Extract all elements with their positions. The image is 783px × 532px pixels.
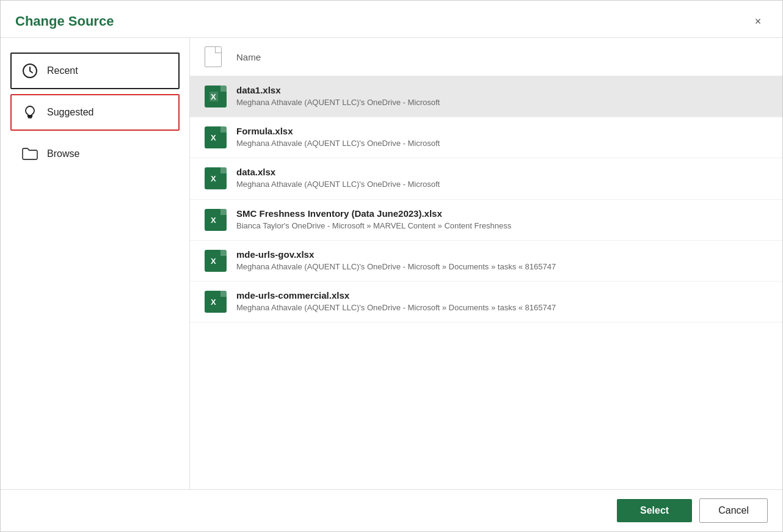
doc-header-icon [205, 46, 222, 67]
file-info-mde-commercial: mde-urls-commercial.xlsx Meghana Athaval… [236, 290, 768, 313]
header-name-col: Name [236, 52, 261, 62]
close-button[interactable]: × [748, 12, 768, 31]
file-info-data: data.xlsx Meghana Athavale (AQUENT LLC)'… [236, 167, 768, 190]
excel-icon-formula: X [205, 126, 227, 148]
file-row-mde-gov[interactable]: X mde-urls-gov.xlsx Meghana Athavale (AQ… [190, 241, 782, 282]
sidebar-item-recent-label: Recent [47, 65, 78, 76]
sidebar: Recent Suggested Brows [1, 38, 190, 489]
header-icon-col [205, 46, 236, 67]
svg-text:X: X [211, 174, 216, 183]
file-info-mde-gov: mde-urls-gov.xlsx Meghana Athavale (AQUE… [236, 249, 768, 272]
cancel-button[interactable]: Cancel [699, 498, 768, 523]
sidebar-item-suggested[interactable]: Suggested [10, 94, 180, 131]
file-name-mde-commercial: mde-urls-commercial.xlsx [236, 290, 768, 301]
excel-icon-data1: X [205, 86, 227, 107]
file-info-smc: SMC Freshness Inventory (Data June2023).… [236, 208, 768, 231]
svg-text:X: X [211, 133, 216, 142]
dialog-header: Change Source × [1, 1, 782, 38]
svg-text:X: X [211, 257, 216, 266]
file-name-formula: Formula.xlsx [236, 126, 768, 136]
file-row-mde-commercial[interactable]: X mde-urls-commercial.xlsx Meghana Athav… [190, 282, 782, 322]
folder-icon [21, 145, 38, 162]
file-icon-col-data: X [205, 167, 236, 189]
sidebar-item-recent[interactable]: Recent [10, 53, 180, 89]
file-info-data1: data1.xlsx Meghana Athavale (AQUENT LLC)… [236, 85, 768, 108]
excel-icon-smc: X [205, 209, 227, 231]
file-path-data: Meghana Athavale (AQUENT LLC)'s OneDrive… [236, 179, 768, 190]
file-icon-col-mde-gov: X [205, 250, 236, 272]
svg-rect-2 [29, 117, 32, 118]
file-path-formula: Meghana Athavale (AQUENT LLC)'s OneDrive… [236, 138, 768, 149]
excel-icon-mde-commercial: X [205, 291, 227, 313]
sidebar-item-suggested-label: Suggested [47, 107, 94, 118]
file-row-smc[interactable]: X SMC Freshness Inventory (Data June2023… [190, 200, 782, 241]
dialog-body: Recent Suggested Brows [1, 38, 782, 489]
file-path-data1: Meghana Athavale (AQUENT LLC)'s OneDrive… [236, 97, 768, 108]
clock-icon [21, 62, 38, 79]
svg-text:X: X [211, 216, 216, 225]
sidebar-item-browse-label: Browse [47, 148, 79, 159]
select-button[interactable]: Select [617, 499, 692, 522]
sidebar-item-browse[interactable]: Browse [10, 136, 180, 172]
file-list-container[interactable]: Name X data1.xlsx Meghana [190, 38, 782, 489]
file-info-formula: Formula.xlsx Meghana Athavale (AQUENT LL… [236, 126, 768, 149]
file-name-data: data.xlsx [236, 167, 768, 177]
file-name-smc: SMC Freshness Inventory (Data June2023).… [236, 208, 768, 219]
file-row-formula[interactable]: X Formula.xlsx Meghana Athavale (AQUENT … [190, 117, 782, 158]
file-name-mde-gov: mde-urls-gov.xlsx [236, 249, 768, 260]
file-icon-col-data1: X [205, 86, 236, 107]
change-source-dialog: Change Source × Recent [0, 0, 783, 532]
svg-text:X: X [211, 297, 216, 307]
file-icon-col-smc: X [205, 209, 236, 231]
file-name-data1: data1.xlsx [236, 85, 768, 95]
dialog-title: Change Source [15, 13, 114, 29]
excel-icon-data: X [205, 167, 227, 189]
file-path-mde-commercial: Meghana Athavale (AQUENT LLC)'s OneDrive… [236, 302, 768, 313]
file-row-data1[interactable]: X data1.xlsx Meghana Athavale (AQUENT LL… [190, 76, 782, 117]
main-content: Name X data1.xlsx Meghana [190, 38, 782, 489]
dialog-footer: Select Cancel [1, 489, 782, 531]
excel-icon-mde-gov: X [205, 250, 227, 272]
lightbulb-icon [21, 104, 38, 121]
svg-text:X: X [211, 92, 216, 101]
file-path-mde-gov: Meghana Athavale (AQUENT LLC)'s OneDrive… [236, 261, 768, 272]
file-icon-col-mde-commercial: X [205, 291, 236, 313]
file-row-data[interactable]: X data.xlsx Meghana Athavale (AQUENT LLC… [190, 158, 782, 199]
file-list-header: Name [190, 38, 782, 76]
file-path-smc: Bianca Taylor's OneDrive - Microsoft » M… [236, 220, 768, 231]
file-icon-col-formula: X [205, 126, 236, 148]
